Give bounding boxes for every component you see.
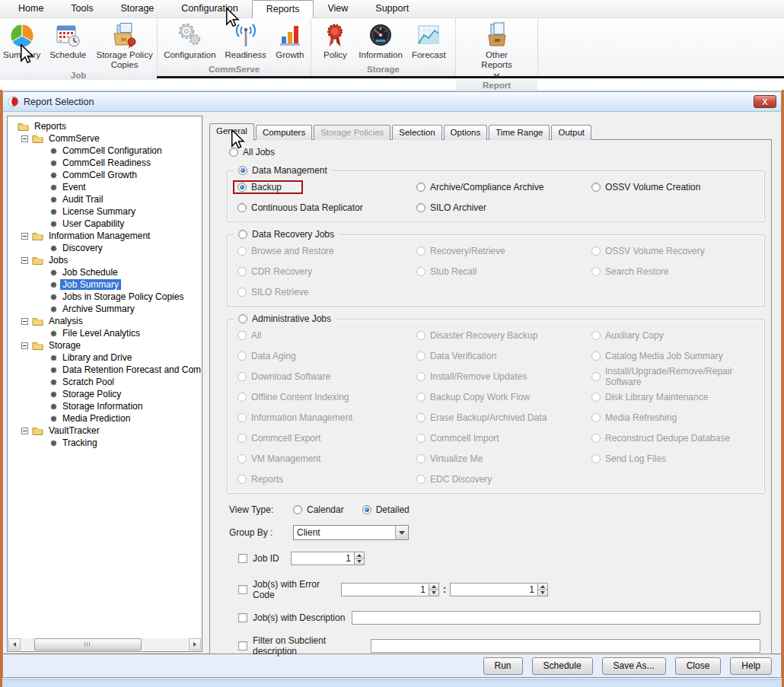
error-code-to-input[interactable]: 1	[450, 583, 538, 596]
tab-options[interactable]: Options	[444, 125, 488, 140]
close-button[interactable]: Close	[675, 657, 722, 675]
tree-item-jobs-in-storage-policy-copies[interactable]: Jobs in Storage Policy Copies	[8, 291, 201, 303]
error-code-checkbox[interactable]	[238, 585, 247, 594]
option-continuous-data-replicator[interactable]: Continuous Data Replicator	[237, 201, 416, 215]
scrollbar-track[interactable]	[21, 638, 189, 650]
tree-item-storage-information[interactable]: Storage Information	[8, 400, 201, 412]
option-ossv-volume-creation[interactable]: OSSV Volume Creation	[591, 180, 764, 194]
combo-dropdown-button[interactable]	[395, 526, 408, 539]
tab-output[interactable]: Output	[551, 125, 591, 140]
menu-item-tools[interactable]: Tools	[57, 0, 107, 17]
radio-backup[interactable]	[237, 183, 247, 192]
view-type-calendar[interactable]: Calendar	[293, 503, 344, 517]
collapse-toggle-icon[interactable]	[21, 342, 28, 349]
ribbon-button-storage-policy-copies[interactable]: Storage Policy Copies	[92, 20, 157, 70]
menu-item-storage[interactable]: Storage	[107, 0, 168, 17]
job-id-checkbox[interactable]	[238, 554, 247, 563]
menu-item-home[interactable]: Home	[5, 0, 57, 17]
radio-archive-compliance-archive[interactable]	[416, 183, 425, 192]
tree-item-analysis[interactable]: Analysis	[8, 315, 201, 327]
view-type-detailed[interactable]: Detailed	[362, 503, 410, 517]
calendar-radio[interactable]	[293, 505, 302, 514]
tree-item-commserve[interactable]: CommServe	[8, 132, 201, 145]
tree-item-storage[interactable]: Storage	[8, 339, 201, 351]
help-button[interactable]: Help	[730, 657, 772, 675]
collapse-toggle-icon[interactable]	[21, 428, 28, 434]
ribbon-button-policy[interactable]: Policy	[317, 20, 352, 60]
tree-item-data-retention-forecast-and-compliance[interactable]: Data Retention Forecast and Compliance	[8, 364, 201, 376]
radio-ossv-volume-creation[interactable]	[591, 183, 601, 192]
schedule-button[interactable]: Schedule	[532, 657, 593, 675]
tree-item-commcell-configuration[interactable]: CommCell Configuration	[8, 145, 201, 157]
run-button[interactable]: Run	[483, 657, 523, 675]
menu-item-support[interactable]: Support	[362, 0, 422, 17]
spin-down-button[interactable]	[355, 559, 364, 565]
scroll-right-arrow[interactable]	[189, 638, 201, 650]
tree-item-scratch-pool[interactable]: Scratch Pool	[8, 376, 201, 388]
tree-item-information-management[interactable]: Information Management	[8, 230, 201, 242]
ribbon-button-information[interactable]: Information	[355, 20, 406, 60]
tree-horizontal-scrollbar[interactable]	[8, 638, 201, 650]
scroll-left-arrow[interactable]	[8, 638, 21, 650]
option-silo-archiver[interactable]: SILO Archiver	[416, 201, 591, 215]
group-radio-data-recovery-jobs[interactable]	[238, 230, 247, 239]
tree-item-archive-summary[interactable]: Archive Summary	[8, 303, 201, 315]
tab-selection[interactable]: Selection	[392, 125, 441, 140]
ribbon-button-configuration[interactable]: Configuration	[161, 20, 218, 60]
group-legend-data-recovery-jobs[interactable]: Data Recovery Jobs	[234, 229, 339, 240]
collapse-toggle-icon[interactable]	[21, 257, 28, 264]
spin-down-button[interactable]	[429, 590, 438, 596]
spin-down-button[interactable]	[538, 590, 547, 596]
collapse-toggle-icon[interactable]	[21, 233, 28, 240]
tree-item-file-level-analytics[interactable]: File Level Analytics	[8, 327, 201, 339]
group-radio-administrative-jobs[interactable]	[238, 314, 247, 323]
menu-item-reports[interactable]: Reports	[252, 0, 314, 18]
description-checkbox[interactable]	[238, 613, 247, 622]
option-archive-compliance-archive[interactable]: Archive/Compliance Archive	[416, 180, 591, 194]
tree-item-vaulttracker[interactable]: VaultTracker	[8, 425, 201, 437]
tree-item-storage-policy[interactable]: Storage Policy	[8, 388, 201, 400]
spin-up-button[interactable]	[429, 584, 438, 590]
error-code-from-input[interactable]: 1	[341, 583, 429, 596]
close-button[interactable]: X	[754, 95, 776, 108]
radio-continuous-data-replicator[interactable]	[237, 203, 247, 212]
tree-item-audit-trail[interactable]: Audit Trail	[8, 193, 201, 205]
job-id-input[interactable]: 1	[291, 552, 355, 565]
radio-silo-archiver[interactable]	[416, 203, 425, 212]
tree-item-job-schedule[interactable]: Job Schedule	[8, 266, 201, 278]
description-input[interactable]	[352, 611, 760, 625]
scrollbar-thumb[interactable]	[34, 638, 142, 650]
group-radio-data-management[interactable]	[238, 166, 247, 175]
collapse-toggle-icon[interactable]	[21, 135, 28, 142]
group-legend-data-management[interactable]: Data Management	[234, 165, 332, 176]
ribbon-button-forecast[interactable]: Forecast	[409, 20, 449, 60]
group-legend-administrative-jobs[interactable]: Administrative Jobs	[234, 313, 336, 324]
collapse-toggle-icon[interactable]	[21, 318, 28, 325]
menu-item-view[interactable]: View	[314, 0, 362, 17]
tree-item-event[interactable]: Event	[8, 181, 201, 193]
all-jobs-option[interactable]: All Jobs	[229, 146, 771, 158]
spin-up-button[interactable]	[355, 552, 364, 559]
tree-item-license-summary[interactable]: License Summary	[8, 205, 201, 218]
tree-item-commcell-growth[interactable]: CommCell Growth	[8, 169, 201, 181]
tree-item-jobs[interactable]: Jobs	[8, 254, 201, 266]
tab-computers[interactable]: Computers	[256, 125, 312, 140]
ribbon-button-other-reports[interactable]: Other Reports	[473, 20, 521, 80]
tree-item-tracking[interactable]: Tracking	[8, 437, 201, 449]
detailed-radio[interactable]	[362, 505, 371, 514]
option-backup[interactable]: Backup	[233, 180, 303, 194]
tree-item-discovery[interactable]: Discovery	[8, 242, 201, 254]
subclient-checkbox[interactable]	[238, 641, 247, 650]
tree-item-user-capability[interactable]: User Capability	[8, 218, 201, 230]
tree-item-commcell-readiness[interactable]: CommCell Readiness	[8, 157, 201, 169]
ribbon-button-growth[interactable]: Growth	[272, 20, 308, 60]
group-by-select[interactable]: Client	[293, 525, 409, 540]
tree-item-job-summary[interactable]: Job Summary	[8, 278, 201, 291]
tree-item-reports[interactable]: Reports	[8, 120, 201, 132]
tree-item-library-and-drive[interactable]: Library and Drive	[8, 351, 201, 364]
spin-up-button[interactable]	[538, 584, 547, 590]
subclient-input[interactable]	[371, 639, 760, 653]
tab-time-range[interactable]: Time Range	[489, 125, 550, 140]
save-as-button[interactable]: Save As...	[602, 657, 666, 675]
ribbon-button-schedule[interactable]: Schedule	[46, 20, 89, 60]
